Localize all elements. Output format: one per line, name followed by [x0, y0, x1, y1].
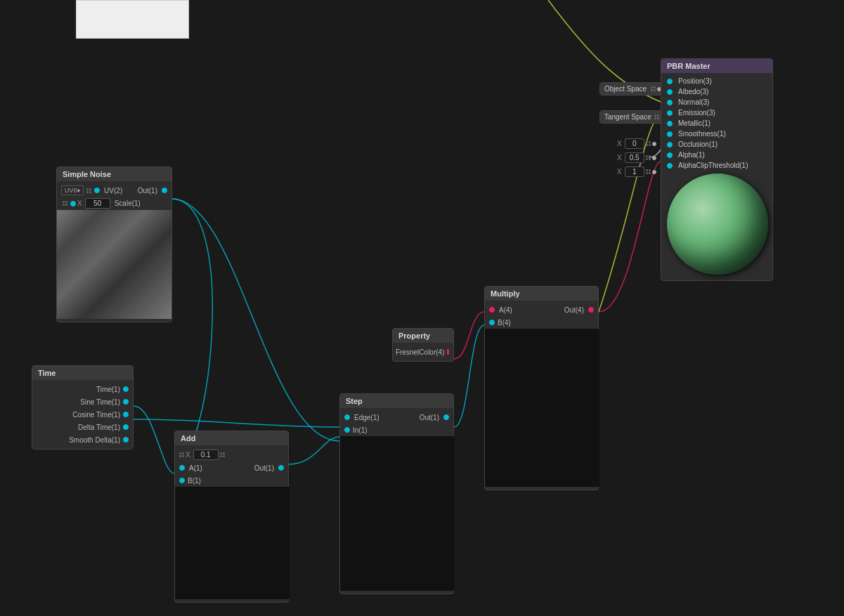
scale-label: Scale(1)	[115, 199, 141, 207]
pbr-occlusion-row: Occlusion(1)	[661, 139, 772, 150]
sinetime-output-port[interactable]	[123, 399, 129, 405]
pbr-position-port[interactable]	[667, 79, 673, 84]
node-property-header[interactable]: Property	[393, 329, 453, 343]
x0-input[interactable]	[625, 138, 644, 149]
smoothdelta-output-label: Smooth Delta(1)	[69, 436, 120, 444]
uv-label: UV(2)	[104, 187, 122, 195]
node-pbr-header[interactable]: PBR Master	[661, 59, 772, 73]
sinetime-output-label: Sine Time(1)	[80, 398, 120, 406]
uv-dots	[86, 188, 91, 193]
pbr-sphere-preview	[667, 173, 768, 275]
step-preview	[340, 436, 455, 591]
node-add-header[interactable]: Add	[175, 431, 288, 445]
add-x-dots	[179, 452, 184, 457]
pbr-position-label: Position(3)	[678, 77, 712, 85]
step-edge-port[interactable]	[344, 414, 350, 420]
scale-dots	[63, 201, 67, 206]
add-preview	[175, 487, 290, 599]
add-x-dots2	[220, 452, 225, 457]
pbr-metallic-port[interactable]	[667, 121, 673, 126]
add-b-label: B(1)	[188, 477, 201, 485]
pbr-alphaclip-row: AlphaClipThreshold(1)	[661, 160, 772, 171]
step-out-label: Out(1)	[420, 414, 439, 421]
multiply-b-port[interactable]	[489, 320, 495, 325]
pbr-alpha-port[interactable]	[667, 152, 673, 158]
cosinetime-output-label: Cosine Time(1)	[72, 411, 120, 419]
objspace-ports	[651, 86, 661, 91]
uv-dropdown[interactable]: UV0♦	[61, 185, 84, 195]
x05-label: X	[617, 154, 622, 162]
pbr-occlusion-label: Occlusion(1)	[678, 140, 718, 148]
x05-port[interactable]	[652, 156, 656, 160]
objspace-label: Object Space	[604, 85, 647, 93]
pbr-emission-row: Emission(3)	[661, 107, 772, 118]
add-a-port[interactable]	[179, 465, 185, 471]
cosinetime-output-port[interactable]	[123, 412, 129, 417]
pbr-alpha-row: Alpha(1)	[661, 150, 772, 160]
pbr-albedo-row: Albedo(3)	[661, 86, 772, 97]
scale-x-label: X	[77, 199, 82, 207]
pbr-smoothness-label: Smoothness(1)	[678, 130, 726, 138]
node-multiply: Multiply A(4) Out(4) B(4)	[484, 286, 599, 490]
scale-input-port[interactable]	[70, 201, 76, 207]
pbr-metallic-row: Metallic(1)	[661, 118, 772, 129]
preview-white-box	[76, 0, 189, 39]
pbr-albedo-port[interactable]	[667, 89, 673, 95]
add-b-port[interactable]	[179, 478, 185, 483]
add-a-label: A(1)	[189, 464, 202, 472]
step-in-port[interactable]	[344, 427, 350, 433]
multiply-b-label: B(4)	[498, 319, 511, 327]
multiply-a-port[interactable]	[489, 307, 495, 313]
node-pbr-master: PBR Master Position(3) Albedo(3) Normal(…	[661, 58, 773, 281]
x1-node: X	[617, 166, 656, 177]
time-output-label: Time(1)	[96, 386, 120, 393]
node-add: Add X A(1) Out(1)	[174, 431, 289, 603]
x0-node: X	[617, 138, 656, 149]
property-out-port[interactable]	[447, 349, 449, 355]
node-time-header[interactable]: Time	[32, 366, 133, 380]
node-tangent-space: Tangent Space	[599, 110, 670, 124]
node-multiply-header[interactable]: Multiply	[485, 287, 598, 301]
pbr-metallic-label: Metallic(1)	[678, 119, 710, 127]
x0-label: X	[617, 140, 622, 148]
out1-output-port[interactable]	[162, 188, 167, 193]
deltatime-output-label: Delta Time(1)	[78, 424, 120, 431]
add-x-value[interactable]	[193, 450, 219, 460]
pbr-alphaclip-label: AlphaClipThreshold(1)	[678, 162, 748, 169]
x1-input[interactable]	[625, 166, 644, 177]
node-step-header[interactable]: Step	[340, 394, 453, 408]
tangspace-label: Tangent Space	[604, 113, 651, 121]
pbr-alphaclip-port[interactable]	[667, 163, 673, 169]
pbr-normal-port[interactable]	[667, 100, 673, 105]
smoothdelta-output-port[interactable]	[123, 437, 129, 443]
x0-dots	[646, 141, 651, 146]
uv-input-port[interactable]	[94, 188, 100, 193]
x05-node: X	[617, 152, 656, 163]
node-step: Step Edge(1) Out(1) In(1)	[339, 393, 454, 594]
node-time: Time Time(1) Sine Time(1) Cosine Time(1)…	[32, 365, 134, 450]
node-property: Property FresnelColor(4)	[392, 328, 454, 362]
scale-value-input[interactable]	[85, 198, 110, 209]
x1-label: X	[617, 168, 622, 176]
pbr-alpha-label: Alpha(1)	[678, 151, 705, 159]
add-out-port[interactable]	[278, 465, 284, 471]
x05-dots	[646, 155, 651, 160]
pbr-emission-label: Emission(3)	[678, 109, 715, 117]
pbr-position-row: Position(3)	[661, 76, 772, 86]
pbr-albedo-label: Albedo(3)	[678, 88, 708, 96]
time-output-port[interactable]	[123, 386, 129, 392]
node-simple-noise-header[interactable]: Simple Noise	[57, 167, 171, 181]
pbr-emission-port[interactable]	[667, 110, 673, 116]
x1-port[interactable]	[652, 170, 656, 174]
out1-label: Out(1)	[138, 187, 157, 195]
x0-port[interactable]	[652, 142, 656, 146]
node-simple-noise: Simple Noise UV0♦ UV(2) Out(1)	[56, 166, 172, 322]
step-out-port[interactable]	[443, 414, 449, 420]
x1-dots	[646, 169, 651, 174]
x05-input[interactable]	[625, 152, 644, 163]
multiply-out-port[interactable]	[588, 307, 594, 313]
pbr-occlusion-port[interactable]	[667, 142, 673, 148]
pbr-smoothness-port[interactable]	[667, 131, 673, 137]
step-edge-label: Edge(1)	[354, 414, 379, 421]
deltatime-output-port[interactable]	[123, 424, 129, 430]
